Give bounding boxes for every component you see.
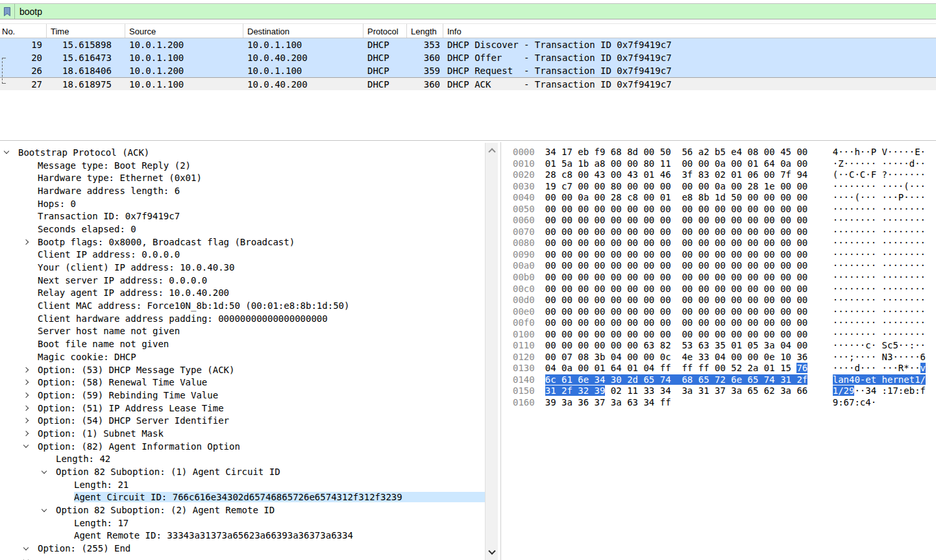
tree-row[interactable]: Length: 21 (0, 478, 485, 491)
ascii-run: ········ ········ (833, 204, 926, 214)
hex-row[interactable]: 004000 00 0a 00 28 c8 00 01 e8 8b 1d 50 … (513, 192, 936, 204)
hex-row[interactable]: 00f000 00 00 00 00 00 00 00 00 00 00 00 … (513, 317, 936, 329)
tree-row[interactable]: Your (client) IP address: 10.0.40.30 (0, 261, 485, 274)
collapse-arrow-icon[interactable] (21, 419, 38, 422)
tree-row[interactable]: Option: (58) Renewal Time Value (0, 376, 485, 389)
hex-row[interactable]: 008000 00 00 00 00 00 00 00 00 00 00 00 … (513, 237, 936, 249)
column-header-source[interactable]: Source (125, 24, 243, 38)
expand-arrow-icon[interactable] (1, 149, 18, 155)
hex-ascii: ·Z······ ·····d·· (833, 158, 926, 170)
tree-row[interactable]: Hardware address length: 6 (0, 184, 485, 197)
hex-row[interactable]: 013004 0a 00 01 64 01 04 ff ff ff 00 52 … (513, 363, 936, 374)
tree-row[interactable]: Length: 17 (0, 517, 485, 530)
hex-row[interactable]: 006000 00 00 00 00 00 00 00 00 00 00 00 … (513, 215, 936, 226)
hex-row[interactable]: 00d000 00 00 00 00 00 00 00 00 00 00 00 … (513, 295, 936, 306)
tree-row[interactable]: Boot file name not given (0, 337, 485, 350)
tree-row[interactable]: Seconds elapsed: 0 (0, 223, 485, 236)
hex-row[interactable]: 00e000 00 00 00 00 00 00 00 00 00 00 00 … (513, 306, 936, 318)
collapse-arrow-icon[interactable] (21, 368, 38, 372)
tree-row[interactable]: Bootstrap Protocol (ACK) (0, 146, 485, 159)
tree-row[interactable]: Option 82 Suboption: (1) Agent Circuit I… (0, 465, 485, 478)
tree-row[interactable]: Transaction ID: 0x7f9419c7 (0, 210, 485, 223)
tree-row[interactable]: Option: (1) Subnet Mask (0, 427, 485, 440)
collapse-arrow-icon[interactable] (21, 240, 38, 244)
tree-row[interactable]: Client IP address: 0.0.0.0 (0, 249, 485, 262)
tree-row[interactable]: Next server IP address: 0.0.0.0 (0, 274, 485, 287)
tree-row[interactable]: Agent Remote ID: 33343a31373a65623a66393… (0, 530, 485, 542)
filter-input[interactable]: bootp (15, 6, 42, 17)
pane-divider[interactable] (500, 142, 501, 560)
hex-row[interactable]: 009000 00 00 00 00 00 00 00 00 00 00 00 … (513, 249, 936, 261)
hex-row[interactable]: 015031 2f 32 39 02 11 33 34 3a 31 37 3a … (513, 385, 936, 397)
hex-row[interactable]: 005000 00 00 00 00 00 00 00 00 00 00 00 … (513, 204, 936, 215)
scrollbar-down-icon[interactable] (486, 547, 499, 559)
hex-row[interactable]: 00a000 00 00 00 00 00 00 00 00 00 00 00 … (513, 260, 936, 272)
expand-arrow-icon[interactable] (21, 443, 38, 449)
hex-row[interactable]: 007000 00 00 00 00 00 00 00 00 00 00 00 … (513, 226, 936, 238)
hex-row[interactable]: 011000 00 00 00 00 00 63 82 53 63 35 01 … (513, 340, 936, 352)
tree-row[interactable]: Bootp flags: 0x8000, Broadcast flag (Bro… (0, 236, 485, 249)
packet-cell-info: DHCP ACK - Transaction ID 0x7f9419c7 (443, 79, 936, 90)
hex-row[interactable]: 003019 c7 00 00 80 00 00 00 00 00 0a 00 … (513, 181, 936, 193)
tree-row[interactable]: Option: (59) Rebinding Time Value (0, 389, 485, 402)
detail-scrollbar[interactable] (485, 143, 498, 560)
collapse-arrow-icon[interactable] (21, 393, 38, 397)
column-header-length[interactable]: Length (407, 24, 443, 38)
tree-row[interactable]: Option: (51) IP Address Lease Time (0, 402, 485, 415)
bookmark-icon[interactable] (0, 4, 14, 19)
hex-row[interactable]: 01406c 61 6e 34 30 2d 65 74 68 65 72 6e … (513, 374, 936, 386)
packet-cell-protocol: DHCP (363, 66, 407, 76)
hex-row[interactable]: 016039 3a 36 37 3a 63 34 ff9:67:c4· (513, 397, 936, 409)
hex-row[interactable]: 000034 17 eb f9 68 8d 00 50 56 a2 b5 e4 … (513, 147, 936, 158)
hex-row[interactable]: 002028 c8 00 43 00 43 01 46 3f 83 02 01 … (513, 169, 936, 181)
column-header-time[interactable]: Time (47, 24, 125, 38)
tree-row[interactable]: Client MAC address: Force10N_8b:1d:50 (0… (0, 299, 485, 312)
tree-row-label: Option: (53) DHCP Message Type (ACK) (38, 365, 485, 375)
packet-row[interactable]: 2015.61647310.0.1.10010.0.40.200DHCP360D… (0, 51, 936, 64)
tree-row[interactable]: Hardware type: Ethernet (0x01) (0, 171, 485, 184)
column-header-info[interactable]: Info (443, 24, 936, 38)
expand-arrow-icon[interactable] (39, 469, 56, 475)
hex-row[interactable]: 00c000 00 00 00 00 00 00 00 00 00 00 00 … (513, 284, 936, 295)
hex-byte-run: 00 00 00 00 00 00 00 00 00 00 00 00 00 0… (545, 237, 808, 248)
tree-row[interactable]: Option: (54) DHCP Server Identifier (0, 414, 485, 427)
hex-bytes: 39 3a 36 37 3a 63 34 ff (545, 397, 813, 409)
packet-row[interactable]: 1915.61589810.0.1.20010.0.1.100DHCP353DH… (0, 38, 936, 51)
column-header-no[interactable]: No. (0, 24, 47, 38)
collapse-arrow-icon[interactable] (21, 380, 38, 384)
hex-offset: 0130 (513, 363, 535, 374)
tree-row[interactable]: Relay agent IP address: 10.0.40.200 (0, 287, 485, 300)
tree-row[interactable]: Option 82 Suboption: (2) Agent Remote ID (0, 504, 485, 517)
hex-row[interactable]: 00b000 00 00 00 00 00 00 00 00 00 00 00 … (513, 272, 936, 284)
collapse-arrow-icon[interactable] (21, 432, 38, 435)
ascii-selected-run: lan40-et hernet1/ (833, 374, 926, 385)
tree-row[interactable]: Option: (53) DHCP Message Type (ACK) (0, 363, 485, 376)
tree-row[interactable]: Message type: Boot Reply (2) (0, 159, 485, 172)
expand-arrow-icon[interactable] (39, 507, 56, 513)
packet-row[interactable]: 2718.61897510.0.1.10010.0.40.200DHCP360D… (0, 77, 936, 90)
chevron-glyph (23, 393, 29, 398)
tree-row[interactable] (0, 555, 485, 560)
tree-row[interactable]: Hops: 0 (0, 197, 485, 210)
pane-splitter[interactable] (0, 140, 936, 141)
hex-ascii: ········ ········ (833, 272, 926, 284)
column-header-destination[interactable]: Destination (243, 24, 363, 38)
detail-tree: Bootstrap Protocol (ACK)Message type: Bo… (0, 146, 485, 560)
scrollbar-up-icon[interactable] (486, 144, 499, 156)
hex-offset: 0100 (513, 329, 535, 341)
tree-row[interactable]: Agent Circuit ID: 766c616e34302d65746865… (0, 491, 485, 504)
tree-row[interactable]: Magic cookie: DHCP (0, 350, 485, 363)
packet-row[interactable]: 2618.61840610.0.1.20010.0.1.100DHCP359DH… (0, 64, 936, 77)
tree-row[interactable]: Option: (255) End (0, 542, 485, 555)
packet-cell-length: 360 (407, 79, 443, 90)
tree-row[interactable]: Length: 42 (0, 453, 485, 466)
hex-row[interactable]: 001001 5a 1b a8 00 00 80 11 00 00 0a 00 … (513, 158, 936, 170)
tree-row[interactable]: Server host name not given (0, 325, 485, 338)
collapse-arrow-icon[interactable] (21, 406, 38, 410)
hex-row[interactable]: 010000 00 00 00 00 00 00 00 00 00 00 00 … (513, 329, 936, 341)
hex-row[interactable]: 012000 07 08 3b 04 00 00 0c 4e 33 04 00 … (513, 352, 936, 363)
column-header-protocol[interactable]: Protocol (363, 24, 407, 38)
tree-row[interactable]: Option: (82) Agent Information Option (0, 440, 485, 453)
expand-arrow-icon[interactable] (21, 546, 38, 552)
tree-row[interactable]: Client hardware address padding: 0000000… (0, 312, 485, 325)
